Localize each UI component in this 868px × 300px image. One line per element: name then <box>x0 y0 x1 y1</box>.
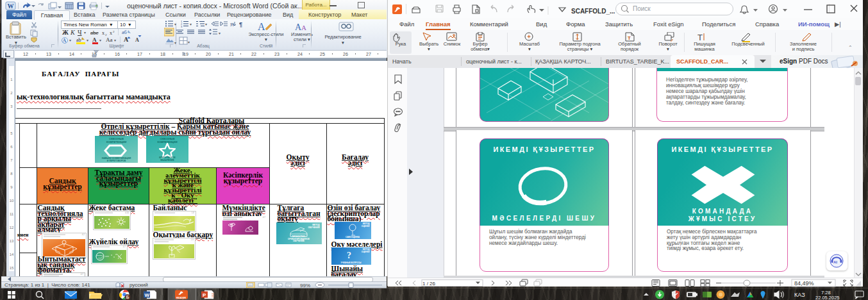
svg-text:▾: ▾ <box>69 38 71 42</box>
svg-text:Ч: Ч <box>78 29 82 36</box>
svg-text:3: 3 <box>181 25 183 28</box>
svg-text:¶: ¶ <box>239 21 242 28</box>
svg-text:26: 26 <box>343 52 348 56</box>
svg-text:84,49%: 84,49% <box>794 280 814 287</box>
svg-text:14: 14 <box>10 253 14 256</box>
svg-text:T: T <box>628 35 631 41</box>
svg-text:21: 21 <box>229 52 234 56</box>
svg-text:17: 17 <box>137 52 142 56</box>
svg-text:▾: ▾ <box>114 38 116 42</box>
svg-text:▾: ▾ <box>174 22 176 26</box>
svg-text:15: 15 <box>10 266 14 270</box>
svg-text:x: x <box>110 30 112 36</box>
svg-text:27: 27 <box>366 52 371 56</box>
svg-text:A: A <box>63 38 67 44</box>
svg-text:12: 12 <box>23 52 28 56</box>
svg-text:2: 2 <box>113 30 115 33</box>
svg-text:КАЗ: КАЗ <box>794 292 805 298</box>
svg-text:READER: READER <box>176 297 187 299</box>
svg-text:SCAFFOLD_...: SCAFFOLD_... <box>571 8 615 15</box>
svg-text:ab: ab <box>76 37 81 43</box>
svg-text:аб: аб <box>122 29 127 35</box>
svg-text:10: 10 <box>10 199 14 203</box>
svg-text:A: A <box>135 37 139 43</box>
svg-text:99%: 99% <box>300 283 310 288</box>
svg-text:22.05.2025: 22.05.2025 <box>815 295 840 300</box>
svg-text:x: x <box>102 30 104 36</box>
svg-text:16: 16 <box>115 52 120 56</box>
svg-text:11: 11 <box>10 212 14 216</box>
svg-text:Aа: Aа <box>106 37 113 43</box>
svg-text:12: 12 <box>10 226 14 229</box>
svg-text:P: P <box>203 292 206 298</box>
svg-text:23: 23 <box>274 52 280 56</box>
svg-text:К: К <box>70 29 76 36</box>
svg-text:Б: Б <box>126 295 129 299</box>
svg-text:abe: abe <box>90 29 99 36</box>
svg-text:22: 22 <box>251 52 256 56</box>
svg-text:A: A <box>124 36 129 43</box>
svg-text:A: A <box>301 24 306 31</box>
svg-text:?: ? <box>347 251 351 260</box>
svg-text:▾: ▾ <box>205 22 207 26</box>
svg-text:14: 14 <box>69 52 74 56</box>
svg-text:24: 24 <box>297 52 303 56</box>
svg-text:▾: ▾ <box>84 31 86 35</box>
svg-text:18: 18 <box>160 52 165 56</box>
svg-text:A: A <box>258 21 265 32</box>
svg-text:▾: ▾ <box>190 22 192 26</box>
svg-text:13: 13 <box>46 52 51 56</box>
svg-text:13: 13 <box>10 239 14 243</box>
svg-text:AI: AI <box>833 260 837 264</box>
svg-text:20: 20 <box>206 52 211 56</box>
svg-text:▾: ▾ <box>219 31 221 35</box>
svg-text:▾: ▾ <box>99 38 101 42</box>
svg-text:▾: ▾ <box>87 38 88 42</box>
svg-text:25: 25 <box>320 52 325 56</box>
svg-text:Ж: Ж <box>62 29 69 36</box>
svg-text:1 / 26: 1 / 26 <box>422 281 436 287</box>
svg-text:W: W <box>8 3 14 10</box>
svg-text:▾: ▾ <box>174 41 176 45</box>
svg-text:A: A <box>92 37 97 43</box>
svg-text:W: W <box>145 292 150 298</box>
